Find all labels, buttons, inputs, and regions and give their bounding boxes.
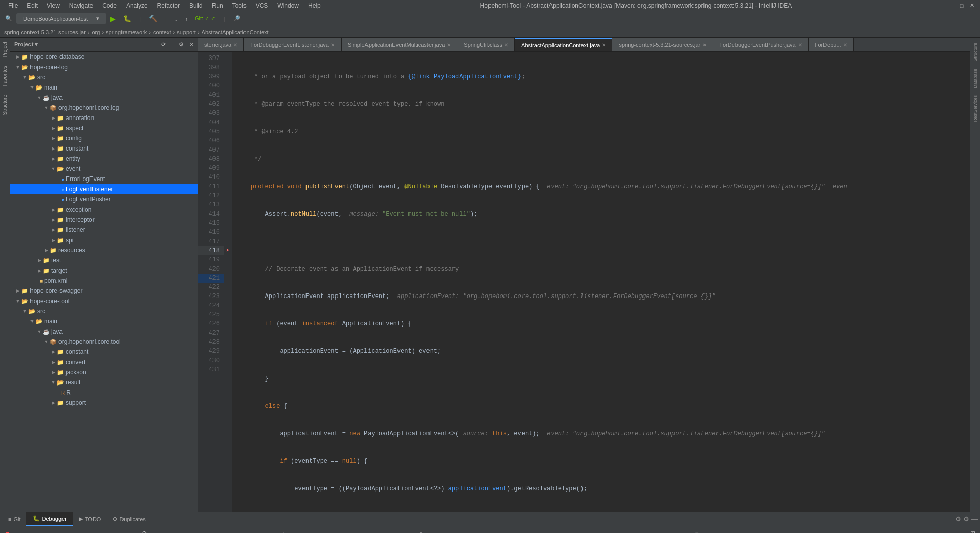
tree-item-hope-core-log[interactable]: ▼ 📂 hope-core-log xyxy=(10,62,198,72)
step-out-button[interactable]: ↑ xyxy=(416,528,426,534)
menu-help[interactable]: Help xyxy=(304,1,325,10)
gutter-409[interactable] xyxy=(224,164,232,173)
tree-item-result[interactable]: ▼ 📂 result xyxy=(10,377,198,388)
bottom-tab-debugger[interactable]: 🐛 Debugger xyxy=(26,512,72,526)
tree-item-config[interactable]: ▶ 📁 config xyxy=(10,133,198,143)
tab-close[interactable]: ✕ xyxy=(447,42,451,48)
tree-item-exception[interactable]: ▶ 📁 exception xyxy=(10,204,198,215)
gutter-427[interactable] xyxy=(224,329,232,338)
tree-item-resources[interactable]: ▶ 📁 resources xyxy=(10,245,198,255)
bottom-tab-endpoints[interactable]: ⊕ Duplicates xyxy=(107,512,151,526)
maximize-button[interactable]: □ xyxy=(958,2,966,10)
menu-file[interactable]: File xyxy=(4,1,22,10)
add-watch-button[interactable]: + xyxy=(830,528,840,534)
tab-spring-util[interactable]: SpringUtil.class ✕ xyxy=(457,38,515,51)
tab-close[interactable]: ✕ xyxy=(331,42,335,48)
menu-vcs[interactable]: VCS xyxy=(252,1,272,10)
settings-icon[interactable]: ⚙ xyxy=(177,40,186,49)
breadcrumb-item-1[interactable]: org xyxy=(91,29,100,35)
project-panel-label[interactable]: Project xyxy=(1,38,9,62)
tree-item-hope-core-tool[interactable]: ▼ 📂 hope-core-tool xyxy=(10,296,198,306)
step-into-button[interactable]: ↓ xyxy=(278,528,288,534)
gutter-426[interactable] xyxy=(224,319,232,329)
gutter-411[interactable] xyxy=(224,182,232,191)
gutter-405[interactable] xyxy=(224,127,232,136)
bottom-tab-console[interactable]: ▶ TODO xyxy=(73,512,107,526)
gutter-420[interactable] xyxy=(224,264,232,274)
title-bar-menu[interactable]: File Edit View Navigate Code Analyze Ref… xyxy=(4,1,325,10)
tab-close[interactable]: ✕ xyxy=(843,42,847,48)
tree-item-java[interactable]: ▼ ☕ java xyxy=(10,93,198,103)
tree-item-main[interactable]: ▼ 📂 main xyxy=(10,82,198,93)
tree-item-event[interactable]: ▼ 📂 event xyxy=(10,164,198,174)
tree-item-constant2[interactable]: ▶ 📁 constant xyxy=(10,347,198,357)
menu-window[interactable]: Window xyxy=(273,1,303,10)
collapse-icon[interactable]: ≡ xyxy=(169,41,176,49)
tree-item-package2[interactable]: ▼ 📦 org.hopehomi.core.tool xyxy=(10,337,198,347)
gutter-430[interactable] xyxy=(224,356,232,365)
tree-item-annotation[interactable]: ▶ 📁 annotation xyxy=(10,113,198,123)
settings-icon[interactable]: ⚙ xyxy=(955,515,961,523)
tree-item-java2[interactable]: ▼ ☕ java xyxy=(10,327,198,337)
breadcrumb-item-3[interactable]: context xyxy=(153,29,171,35)
favorites-label[interactable]: Favorites xyxy=(1,62,9,91)
gutter-422[interactable] xyxy=(224,283,232,292)
gutter-402[interactable] xyxy=(224,100,232,109)
menu-navigate[interactable]: Navigate xyxy=(65,1,97,10)
tree-item-interceptor[interactable]: ▶ 📁 interceptor xyxy=(10,215,198,225)
database-label[interactable]: Database xyxy=(971,66,980,92)
tab-for-debugger[interactable]: ForDebuggerEventListener.java ✕ xyxy=(244,38,342,51)
structure-label[interactable]: Structure xyxy=(1,91,9,120)
gutter-431[interactable] xyxy=(224,365,232,374)
tree-item-listener[interactable]: ▶ 📁 listener xyxy=(10,225,198,235)
gear-icon[interactable]: ⚙ xyxy=(963,515,969,523)
step-over-button[interactable]: ↷ xyxy=(140,528,150,534)
tab-for-debu[interactable]: ForDebu... ✕ xyxy=(809,38,854,51)
tree-item-entity[interactable]: ▶ 📁 entity xyxy=(10,154,198,164)
run-to-cursor[interactable]: → xyxy=(554,528,564,534)
tree-item-constant[interactable]: ▶ 📁 constant xyxy=(10,143,198,154)
structure-right-label[interactable]: Structure xyxy=(971,40,980,65)
gutter-401[interactable] xyxy=(224,91,232,100)
menu-code[interactable]: Code xyxy=(98,1,121,10)
restore-layout-button[interactable]: ⊞ xyxy=(968,528,978,534)
toolbar-search[interactable]: 🔎 xyxy=(230,14,243,23)
tab-close[interactable]: ✕ xyxy=(233,42,237,48)
tab-spring-factories[interactable]: spring-context-5.3.21-sources.jar ✕ xyxy=(612,38,713,51)
tree-item-support[interactable]: ▶ 📁 support xyxy=(10,398,198,408)
tree-item-spi[interactable]: ▶ 📁 spi xyxy=(10,235,198,245)
gutter-414[interactable] xyxy=(224,210,232,219)
tab-simple-multicaster[interactable]: SimpleApplicationEventMulticaster.java ✕ xyxy=(342,38,457,51)
gutter-417[interactable] xyxy=(224,237,232,246)
code-content[interactable]: * or a payload object to be turned into … xyxy=(232,52,970,512)
gutter-403[interactable] xyxy=(224,109,232,118)
restservices-label[interactable]: RestServices xyxy=(971,92,980,125)
menu-edit[interactable]: Edit xyxy=(23,1,42,10)
gutter-406[interactable] xyxy=(224,136,232,145)
tab-close[interactable]: ✕ xyxy=(602,42,606,48)
tree-item-test[interactable]: ▶ 📁 test xyxy=(10,255,198,265)
gutter-429[interactable] xyxy=(224,347,232,356)
menu-run[interactable]: Run xyxy=(208,1,227,10)
gutter-415[interactable] xyxy=(224,219,232,228)
tab-close[interactable]: ✕ xyxy=(798,42,802,48)
tree-item-convert[interactable]: ▶ 📁 convert xyxy=(10,357,198,367)
git-update[interactable]: ↓ xyxy=(172,15,181,23)
breadcrumb-item-2[interactable]: springframework xyxy=(106,29,147,35)
stop-button[interactable]: ■ xyxy=(2,528,12,534)
evaluate-button[interactable]: ≡ xyxy=(692,528,702,534)
tree-item-hope-core-swagger[interactable]: ▶ 📁 hope-core-swagger xyxy=(10,286,198,296)
tree-item-log-event-listener[interactable]: ● LogEventListener xyxy=(10,184,198,194)
breadcrumb-item-5[interactable]: AbstractApplicationContext xyxy=(202,29,269,35)
gutter-419[interactable] xyxy=(224,255,232,264)
tree-item-target[interactable]: ▶ 📁 target xyxy=(10,265,198,276)
tree-item-package[interactable]: ▼ 📦 org.hopehomi.core.log xyxy=(10,103,198,113)
gutter-407[interactable] xyxy=(224,145,232,155)
menu-build[interactable]: Build xyxy=(185,1,207,10)
title-bar-controls[interactable]: ─ □ ✕ xyxy=(947,2,976,10)
close-icon[interactable]: ✕ xyxy=(187,40,196,49)
tree-item-hope-core-database[interactable]: ▶ 📁 hope-core-database xyxy=(10,52,198,62)
gutter-400[interactable] xyxy=(224,81,232,91)
close-button[interactable]: ✕ xyxy=(968,2,976,10)
gutter-421[interactable] xyxy=(224,274,232,283)
